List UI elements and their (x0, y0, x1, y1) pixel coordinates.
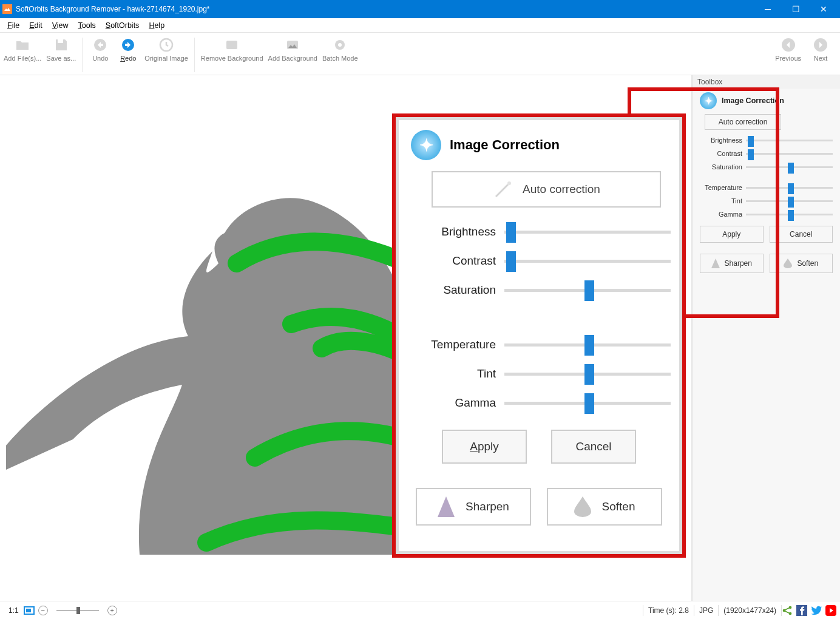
original-image-button[interactable]: Original Image (142, 35, 191, 63)
image-correction-panel-magnified: Image Correction Auto correction Brightn… (396, 117, 682, 554)
saturation-label: Saturation (407, 283, 504, 297)
remove-bg-label: Remove Background (201, 55, 263, 62)
fit-screen-icon[interactable] (24, 606, 35, 615)
next-label: Next (814, 55, 828, 62)
undo-button[interactable]: Undo (86, 35, 114, 63)
menu-bar: File Edit View Tools SoftOrbits Help (0, 18, 840, 33)
dimensions-status: (1920x1477x24) (719, 606, 781, 615)
zoom-out-button[interactable]: − (38, 606, 48, 615)
contrast-slider-sm[interactable] (746, 148, 833, 159)
sharpen-icon (711, 259, 720, 268)
app-logo-icon (2, 4, 12, 14)
gamma-slider-sm[interactable] (746, 209, 833, 220)
menu-edit[interactable]: Edit (24, 20, 47, 31)
svg-point-15 (789, 606, 792, 609)
image-correction-panel-small: Image Correction Auto correction Brightn… (695, 89, 838, 279)
svg-rect-13 (26, 609, 31, 612)
tint-label: Tint (407, 367, 504, 381)
remove-bg-icon (223, 36, 240, 53)
gamma-label: Gamma (407, 396, 504, 410)
temperature-label-sm: Temperature (700, 184, 742, 191)
add-bg-label: Add Background (268, 55, 317, 62)
cancel-button[interactable]: Cancel (551, 430, 636, 464)
zoom-slider[interactable] (50, 605, 105, 616)
cancel-button-sm[interactable]: Cancel (770, 226, 833, 243)
saturation-slider[interactable] (504, 280, 671, 300)
auto-correction-button[interactable]: Auto correction (705, 114, 781, 130)
facebook-icon[interactable] (796, 605, 807, 616)
remove-background-button[interactable]: Remove Background (198, 35, 266, 63)
apply-button-sm[interactable]: Apply (700, 226, 764, 243)
add-bg-icon (284, 36, 301, 53)
save-as-button[interactable]: Save as... (44, 35, 78, 63)
brightness-slider-sm[interactable] (746, 135, 833, 146)
sharpen-icon-big (438, 496, 455, 517)
next-button[interactable]: Next (807, 35, 834, 63)
arrow-left-circle-icon (780, 36, 797, 53)
contrast-label-sm: Contrast (700, 150, 742, 157)
gamma-slider[interactable] (504, 393, 671, 413)
add-files-label: Add File(s)... (4, 55, 41, 62)
twitter-icon[interactable] (811, 605, 822, 616)
brightness-slider[interactable] (504, 222, 671, 242)
status-bar: 1:1 − + Time (s): 2.8 JPG (1920x1477x24) (0, 601, 840, 619)
brightness-label-sm: Brightness (700, 137, 742, 144)
brightness-label: Brightness (407, 225, 504, 238)
menu-view[interactable]: View (47, 20, 73, 31)
soften-icon-big (574, 496, 591, 517)
save-icon (53, 36, 70, 53)
zoom-in-button[interactable]: + (107, 606, 117, 615)
apply-button[interactable]: Apply (442, 430, 527, 464)
previous-button[interactable]: Previous (773, 35, 804, 63)
zoom-ratio[interactable]: 1:1 (4, 606, 24, 615)
saturation-label-sm: Saturation (700, 163, 742, 171)
contrast-label: Contrast (407, 254, 504, 268)
original-image-label: Original Image (144, 55, 188, 62)
svg-rect-1 (58, 39, 63, 43)
soften-button[interactable]: Soften (547, 488, 662, 526)
tint-slider-sm[interactable] (746, 195, 833, 206)
close-button[interactable]: ✕ (810, 0, 838, 18)
batch-mode-label: Batch Mode (322, 55, 358, 62)
batch-mode-button[interactable]: Batch Mode (320, 35, 361, 63)
contrast-slider[interactable] (504, 251, 671, 271)
youtube-icon[interactable] (825, 605, 836, 616)
svg-rect-5 (226, 41, 237, 49)
soften-button-sm[interactable]: Soften (770, 254, 833, 273)
auto-correction-button-big[interactable]: Auto correction (432, 171, 661, 208)
menu-help[interactable]: Help (144, 20, 169, 31)
add-background-button[interactable]: Add Background (266, 35, 320, 63)
menu-file[interactable]: File (2, 20, 24, 31)
svg-rect-0 (2, 4, 12, 14)
menu-tools[interactable]: Tools (73, 20, 101, 31)
toolbox-panel: Toolbox Image Correction Auto correction… (692, 75, 840, 601)
tint-label-sm: Tint (700, 197, 742, 205)
format-status: JPG (694, 606, 718, 615)
tint-slider[interactable] (504, 364, 671, 384)
folder-open-icon (14, 36, 31, 53)
redo-label: Redo (120, 55, 136, 62)
temperature-slider-sm[interactable] (746, 182, 833, 193)
ribbon-toolbar: Add File(s)... Save as... Undo Redo Orig… (0, 33, 840, 75)
saturation-slider-sm[interactable] (746, 161, 833, 172)
redo-button[interactable]: Redo (114, 35, 142, 63)
svg-point-8 (338, 43, 342, 47)
image-correction-title: Image Correction (722, 96, 784, 105)
window-title: SoftOrbits Background Remover - hawk-271… (16, 5, 754, 13)
image-correction-icon (700, 92, 717, 109)
add-files-button[interactable]: Add File(s)... (1, 35, 44, 63)
sharpen-button[interactable]: Sharpen (416, 488, 531, 526)
svg-point-16 (789, 612, 792, 615)
share-icon[interactable] (782, 605, 793, 616)
magic-wand-icon (492, 178, 514, 200)
soften-icon (784, 259, 792, 268)
sharpen-button-sm[interactable]: Sharpen (700, 254, 764, 273)
svg-point-11 (507, 181, 511, 185)
temperature-slider[interactable] (504, 335, 671, 354)
window-titlebar: SoftOrbits Background Remover - hawk-271… (0, 0, 840, 18)
previous-label: Previous (775, 55, 801, 62)
maximize-button[interactable]: ☐ (782, 0, 810, 18)
minimize-button[interactable]: ─ (754, 0, 782, 18)
menu-softorbits[interactable]: SoftOrbits (101, 20, 144, 31)
undo-label: Undo (92, 55, 108, 62)
